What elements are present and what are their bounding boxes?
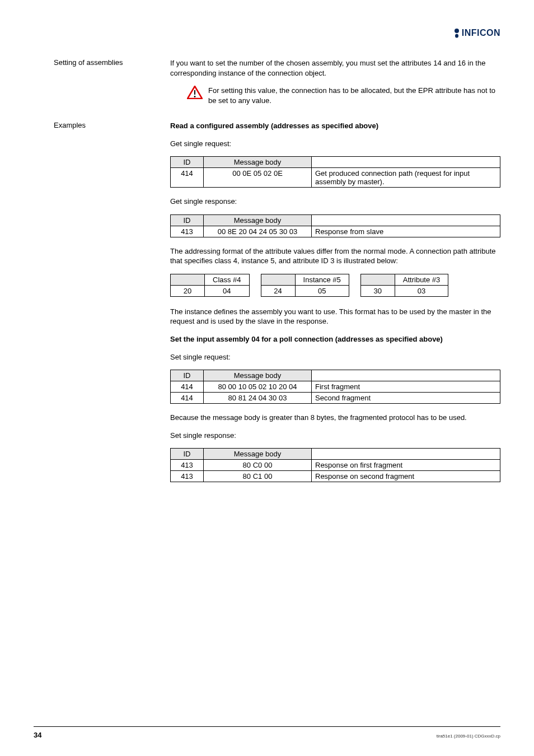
req-id: 414: [171, 168, 204, 188]
th-id3: ID: [171, 370, 204, 381]
th-empty2: [312, 214, 500, 226]
addressing-tables: Class #4 2004 Instance #5 2405 Attribute…: [170, 274, 500, 297]
th-body4: Message body: [204, 449, 312, 460]
th-id: ID: [171, 157, 204, 168]
th-empty3: [312, 370, 500, 381]
warning-text: For setting this value, the connection h…: [208, 86, 500, 105]
th-body3: Message body: [204, 370, 312, 381]
req1-id: 414: [171, 381, 204, 393]
th-id2: ID: [171, 214, 204, 226]
svg-point-0: [455, 29, 459, 33]
logo-text: INFICON: [462, 28, 500, 38]
sec2-heading: Set the input assembly 04 for a poll con…: [170, 334, 500, 344]
attribute-table: Attribute #3 3003: [360, 274, 449, 297]
attr-l: 30: [360, 285, 395, 296]
set-single-request-label: Set single request:: [170, 352, 500, 362]
logo-icon: [453, 28, 461, 38]
get-request-table: ID Message body 414 00 0E 05 02 0E Get p…: [170, 156, 500, 188]
fragment-note: Because the message body is greater than…: [170, 413, 500, 423]
side-heading-setting: Setting of assemblies: [54, 58, 160, 67]
req2-id: 414: [171, 393, 204, 404]
inst-l: 24: [261, 285, 295, 296]
req-body: 00 0E 05 02 0E: [204, 168, 312, 188]
inst-v: 05: [295, 285, 349, 296]
brand-logo: INFICON: [453, 28, 500, 38]
req1-desc: First fragment: [312, 381, 500, 393]
req-desc: Get produced connection path (request fo…: [312, 168, 500, 188]
get-single-response-label: Get single response:: [170, 197, 500, 207]
class-v: 04: [205, 285, 250, 296]
page-number: 34: [34, 731, 41, 739]
th-body: Message body: [204, 157, 312, 168]
addressing-text: The addressing format of the attribute v…: [170, 246, 500, 266]
class-h: Class #4: [205, 274, 250, 285]
set-request-table: ID Message body 414 80 00 10 05 02 10 20…: [170, 370, 500, 404]
th-id4: ID: [171, 449, 204, 460]
class-l: 20: [171, 285, 205, 296]
instance-text: The instance defines the assembly you wa…: [170, 307, 500, 326]
get-response-table: ID Message body 413 00 8E 20 04 24 05 30…: [170, 214, 500, 237]
resp-body: 00 8E 20 04 24 05 30 03: [204, 226, 312, 237]
resp2-desc: Response on second fragment: [312, 471, 500, 482]
footer-divider: [34, 726, 500, 727]
svg-point-1: [455, 34, 458, 38]
get-single-request-label: Get single request:: [170, 139, 500, 149]
inst-h: Instance #5: [295, 274, 349, 285]
warning-note: For setting this value, the connection h…: [187, 86, 500, 105]
resp-desc: Response from slave: [312, 226, 500, 237]
warning-icon: [187, 86, 203, 99]
th-empty4: [312, 449, 500, 460]
attr-v: 03: [395, 285, 448, 296]
side-heading-examples: Examples: [54, 121, 160, 129]
class-table: Class #4 2004: [170, 274, 250, 297]
resp2-body: 80 C1 00: [204, 471, 312, 482]
req2-desc: Second fragment: [312, 393, 500, 404]
req1-body: 80 00 10 05 02 10 20 04: [204, 381, 312, 393]
resp2-id: 413: [171, 471, 204, 482]
resp1-id: 413: [171, 460, 204, 471]
resp1-desc: Response on first fragment: [312, 460, 500, 471]
attr-h: Attribute #3: [395, 274, 448, 285]
resp-id: 413: [171, 226, 204, 237]
page-footer: 34 tira51e1 (2009-01) CDGxxxD.cp: [34, 731, 500, 739]
footer-meta: tira51e1 (2009-01) CDGxxxD.cp: [437, 734, 500, 739]
th-body2: Message body: [204, 214, 312, 226]
sec1-heading: Read a configured assembly (addresses as…: [170, 121, 500, 131]
set-single-response-label: Set single response:: [170, 431, 500, 441]
set-response-table: ID Message body 413 80 C0 00 Response on…: [170, 448, 500, 482]
resp1-body: 80 C0 00: [204, 460, 312, 471]
instance-table: Instance #5 2405: [261, 274, 349, 297]
intro-text: If you want to set the number of the cho…: [170, 58, 500, 78]
req2-body: 80 81 24 04 30 03: [204, 393, 312, 404]
svg-point-4: [194, 96, 196, 97]
th-empty: [312, 157, 500, 168]
